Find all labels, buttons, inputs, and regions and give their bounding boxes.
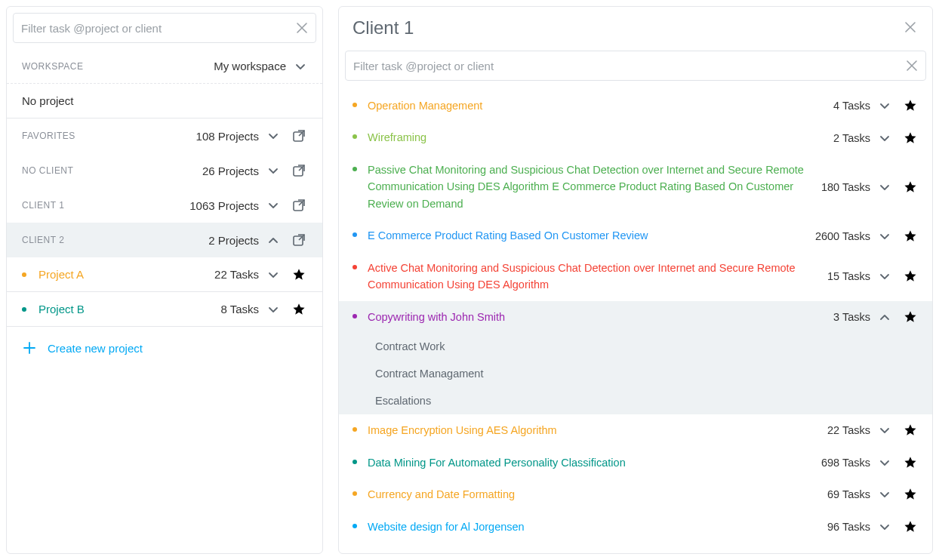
project-row[interactable]: E Commerce Product Rating Based On Custo…	[339, 220, 932, 251]
chevron-down-icon[interactable]	[878, 99, 891, 112]
detail-panel: Client 1 Operation Management4 TasksWire…	[338, 6, 933, 554]
chevron-down-icon[interactable]	[266, 129, 280, 143]
open-external-icon[interactable]	[291, 232, 307, 248]
sidebar-project-row[interactable]: Project B8 Tasks	[7, 292, 322, 327]
open-external-icon[interactable]	[291, 162, 307, 179]
favorite-star-icon[interactable]	[902, 518, 919, 535]
project-task-count: 22 Tasks	[827, 424, 870, 436]
color-bullet	[353, 134, 357, 139]
project-row[interactable]: Copywriting with John Smith3 Tasks	[339, 301, 932, 333]
project-task-count: 15 Tasks	[827, 270, 870, 282]
project-task-count: 96 Tasks	[827, 521, 870, 533]
project-task-count: 3 Tasks	[833, 311, 870, 323]
chevron-down-icon[interactable]	[266, 268, 280, 282]
detail-filter-input[interactable]	[353, 60, 906, 72]
project-task-count: 2 Tasks	[833, 132, 870, 144]
clear-icon[interactable]	[296, 22, 308, 34]
project-task-count: 69 Tasks	[827, 488, 870, 500]
color-bullet	[353, 265, 357, 269]
chevron-down-icon[interactable]	[266, 164, 280, 177]
color-bullet	[353, 460, 357, 464]
chevron-down-icon[interactable]	[294, 60, 307, 73]
section-label: CLIENT 1	[22, 200, 189, 211]
project-task-count: 22 Tasks	[214, 268, 259, 281]
subtask-item[interactable]: Contract Work	[339, 333, 932, 360]
sidebar-section-row[interactable]: CLIENT 22 Projects	[7, 223, 322, 257]
project-name: Passive Chat Monitoring and Suspicious C…	[368, 162, 821, 212]
color-bullet	[353, 314, 357, 318]
project-name: Project A	[38, 268, 214, 281]
chevron-down-icon[interactable]	[266, 303, 280, 316]
project-row[interactable]: Passive Chat Monitoring and Suspicious C…	[339, 154, 932, 220]
create-project-label: Create new project	[48, 342, 143, 355]
project-name: Project B	[38, 303, 220, 315]
favorite-star-icon[interactable]	[902, 422, 919, 438]
project-task-count: 8 Tasks	[220, 303, 259, 315]
workspace-selector-row[interactable]: WORKSPACE My workspace	[7, 49, 322, 84]
no-project-row[interactable]: No project	[7, 84, 322, 118]
section-count: 26 Projects	[202, 165, 259, 177]
chevron-down-icon[interactable]	[878, 131, 891, 145]
close-button[interactable]	[904, 20, 919, 35]
favorite-star-icon[interactable]	[291, 301, 307, 318]
project-row[interactable]: Currency and Date Formatting69 Tasks	[339, 478, 932, 510]
subtask-list: Contract WorkContract ManagamentEscalati…	[339, 333, 932, 414]
project-row[interactable]: Website design for Al Jorgensen96 Tasks	[339, 511, 932, 543]
color-bullet	[353, 103, 357, 107]
chevron-down-icon[interactable]	[878, 423, 891, 437]
chevron-down-icon[interactable]	[878, 520, 891, 534]
project-name: Currency and Date Formatting	[368, 486, 827, 503]
sidebar-section-row[interactable]: FAVORITES108 Projects	[7, 118, 322, 153]
favorite-star-icon[interactable]	[902, 97, 919, 114]
favorite-star-icon[interactable]	[291, 266, 307, 283]
section-count: 108 Projects	[196, 130, 259, 143]
favorite-star-icon[interactable]	[902, 130, 919, 146]
sidebar-section-row[interactable]: CLIENT 11063 Projects	[7, 188, 322, 223]
favorite-star-icon[interactable]	[902, 454, 919, 471]
chevron-down-icon[interactable]	[878, 269, 891, 283]
favorite-star-icon[interactable]	[902, 179, 919, 195]
color-bullet	[22, 272, 26, 277]
section-label: FAVORITES	[22, 131, 196, 141]
open-external-icon[interactable]	[291, 197, 307, 214]
project-name: Active Chat Monitoring and Suspicious Ch…	[368, 260, 827, 294]
subtask-item[interactable]: Escalations	[339, 387, 932, 414]
page-title: Client 1	[353, 17, 904, 38]
chevron-down-icon[interactable]	[878, 229, 891, 243]
color-bullet	[22, 307, 26, 312]
workspace-label: WORKSPACE	[22, 61, 214, 72]
chevron-down-icon[interactable]	[878, 180, 891, 194]
no-project-label: No project	[22, 94, 307, 107]
favorite-star-icon[interactable]	[902, 268, 919, 285]
chevron-up-icon[interactable]	[266, 233, 280, 247]
project-row[interactable]: Wireframing2 Tasks	[339, 122, 932, 153]
section-label: CLIENT 2	[22, 235, 208, 245]
chevron-down-icon[interactable]	[878, 456, 891, 469]
sidebar-project-row[interactable]: Project A22 Tasks	[7, 257, 322, 292]
project-row[interactable]: Active Chat Monitoring and Suspicious Ch…	[339, 252, 932, 301]
project-name: Wireframing	[368, 129, 833, 146]
favorite-star-icon[interactable]	[902, 309, 919, 325]
project-row[interactable]: Data Mining For Automated Personality Cl…	[339, 447, 932, 478]
project-name: Operation Management	[368, 97, 833, 114]
section-count: 1063 Projects	[189, 199, 259, 212]
chevron-down-icon[interactable]	[266, 198, 280, 212]
project-name: Image Encryption Using AES Algorithm	[368, 422, 827, 438]
project-name: Data Mining For Automated Personality Cl…	[368, 454, 821, 471]
project-row[interactable]: Image Encryption Using AES Algorithm22 T…	[339, 414, 932, 446]
sidebar-filter-box	[13, 13, 316, 43]
chevron-down-icon[interactable]	[878, 488, 891, 501]
project-row[interactable]: Operation Management4 Tasks	[339, 90, 932, 122]
sidebar-section-row[interactable]: NO CLIENT26 Projects	[7, 153, 322, 188]
favorite-star-icon[interactable]	[902, 228, 919, 245]
create-project-button[interactable]: Create new project	[7, 327, 322, 369]
sidebar-filter-input[interactable]	[21, 22, 296, 35]
project-task-count: 2600 Tasks	[815, 230, 870, 242]
chevron-up-icon[interactable]	[878, 310, 891, 324]
project-name: E Commerce Product Rating Based On Custo…	[368, 227, 815, 244]
open-external-icon[interactable]	[291, 128, 307, 144]
clear-icon[interactable]	[906, 60, 918, 72]
color-bullet	[353, 167, 357, 171]
subtask-item[interactable]: Contract Managament	[339, 360, 932, 387]
favorite-star-icon[interactable]	[902, 486, 919, 503]
